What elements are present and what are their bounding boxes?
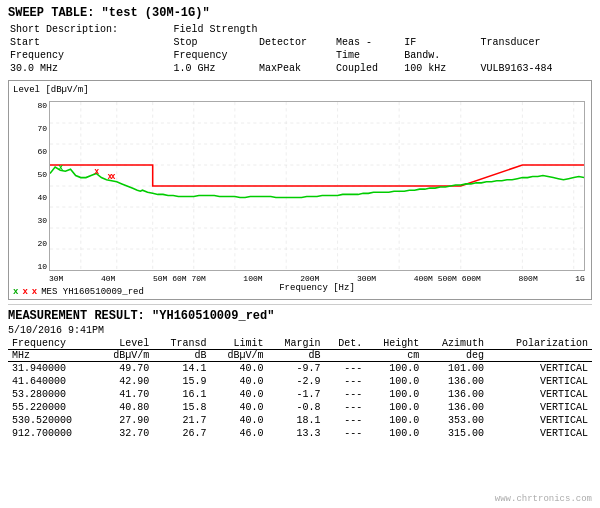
table-cell: 53.280000 — [8, 388, 96, 401]
table-cell: 530.520000 — [8, 414, 96, 427]
watermark: www.chrtronics.com — [495, 494, 592, 504]
table-cell: 100.0 — [366, 362, 423, 376]
col-transducer-val: VULB9163-484 — [480, 63, 590, 74]
th-det-unit — [325, 350, 367, 362]
table-cell: -2.9 — [268, 375, 325, 388]
col-meas-val: Coupled — [336, 63, 402, 74]
svg-text:x: x — [94, 167, 99, 176]
table-cell: 315.00 — [423, 427, 488, 440]
xtick-800m: 800M — [519, 274, 538, 283]
sweep-title: SWEEP TABLE: "test (30M-1G)" — [8, 6, 592, 20]
table-cell: 40.0 — [210, 375, 267, 388]
table-cell: 136.00 — [423, 388, 488, 401]
xtick-30m: 30M — [49, 274, 63, 283]
th-transd-unit: dB — [153, 350, 210, 362]
table-cell: 136.00 — [423, 375, 488, 388]
section-divider — [8, 304, 592, 305]
table-row: 31.94000049.7014.140.0-9.7---100.0101.00… — [8, 362, 592, 376]
th-limit-unit: dBµV/m — [210, 350, 267, 362]
table-cell: 101.00 — [423, 362, 488, 376]
ytick-10: 10 — [11, 262, 47, 271]
xtick-50m: 50M 60M 70M — [153, 274, 206, 283]
table-cell: 100.0 — [366, 401, 423, 414]
th-level-unit: dBµV/m — [96, 350, 153, 362]
table-cell: 14.1 — [153, 362, 210, 376]
table-cell: 40.0 — [210, 362, 267, 376]
col-empty-sub — [473, 50, 479, 61]
table-cell: 353.00 — [423, 414, 488, 427]
ytick-60: 60 — [11, 147, 47, 156]
table-cell: VERTICAL — [488, 427, 592, 440]
table-cell: VERTICAL — [488, 414, 592, 427]
chart-xticks: 30M 40M 50M 60M 70M 100M 200M 300M 400M … — [49, 274, 585, 283]
col-detector-val: MaxPeak — [259, 63, 334, 74]
table-cell: 42.90 — [96, 375, 153, 388]
th-azimuth: Azimuth — [423, 338, 488, 350]
th-transd: Transd — [153, 338, 210, 350]
col-start-val: 30.0 MHz — [10, 63, 171, 74]
table-cell: 27.90 — [96, 414, 153, 427]
legend-x-red2: x — [32, 287, 37, 297]
table-cell: 46.0 — [210, 427, 267, 440]
table-cell: --- — [325, 375, 367, 388]
table-cell: 31.940000 — [8, 362, 96, 376]
chart-area: x x x x — [49, 101, 585, 271]
table-cell: 100.0 — [366, 427, 423, 440]
col-stop-sub: Frequency — [173, 50, 257, 61]
result-date: 5/10/2016 9:41PM — [8, 325, 592, 336]
table-cell: 136.00 — [423, 401, 488, 414]
col-start-h: Start — [10, 37, 171, 48]
th-azimuth-unit: deg — [423, 350, 488, 362]
table-cell: 41.640000 — [8, 375, 96, 388]
table-cell: VERTICAL — [488, 362, 592, 376]
th-det: Det. — [325, 338, 367, 350]
xtick-1g: 1G — [575, 274, 585, 283]
col-start-sub: Frequency — [10, 50, 171, 61]
ytick-20: 20 — [11, 239, 47, 248]
col-empty-h — [473, 37, 479, 48]
table-cell: VERTICAL — [488, 375, 592, 388]
table-cell: --- — [325, 362, 367, 376]
th-pol-unit — [488, 350, 592, 362]
sweep-header-table: Short Description: Field Strength Start … — [8, 22, 592, 76]
xtick-300m: 300M — [357, 274, 376, 283]
col-empty-val — [473, 63, 479, 74]
ytick-40: 40 — [11, 193, 47, 202]
table-cell: 55.220000 — [8, 401, 96, 414]
th-freq-unit: MHz — [8, 350, 96, 362]
table-cell: -0.8 — [268, 401, 325, 414]
col-stop-h: Stop — [173, 37, 257, 48]
col-if-sub: Bandw. — [404, 50, 470, 61]
table-row: 41.64000042.9015.940.0-2.9---100.0136.00… — [8, 375, 592, 388]
xtick-100m: 100M — [243, 274, 262, 283]
table-cell: 15.8 — [153, 401, 210, 414]
table-cell: --- — [325, 414, 367, 427]
result-table: Frequency Level Transd Limit Margin Det.… — [8, 338, 592, 440]
col-if-val: 100 kHz — [404, 63, 470, 74]
table-cell: 18.1 — [268, 414, 325, 427]
table-cell: 49.70 — [96, 362, 153, 376]
table-cell: --- — [325, 401, 367, 414]
ytick-30: 30 — [11, 216, 47, 225]
xtick-200m: 200M — [300, 274, 319, 283]
table-cell: 16.1 — [153, 388, 210, 401]
legend-x-red1: x — [22, 287, 27, 297]
th-frequency: Frequency — [8, 338, 96, 350]
svg-text:x: x — [58, 163, 63, 172]
table-cell: 21.7 — [153, 414, 210, 427]
xtick-40m: 40M — [101, 274, 115, 283]
col-meas-sub: Time — [336, 50, 402, 61]
th-height-unit: cm — [366, 350, 423, 362]
chart-ylabel: Level [dBµV/m] — [13, 85, 89, 95]
table-cell: 32.70 — [96, 427, 153, 440]
th-limit: Limit — [210, 338, 267, 350]
table-cell: 15.9 — [153, 375, 210, 388]
short-desc-value: Field Strength — [173, 24, 590, 35]
col-detector-h: Detector — [259, 37, 334, 48]
table-row: 530.52000027.9021.740.018.1---100.0353.0… — [8, 414, 592, 427]
table-cell: 40.0 — [210, 414, 267, 427]
short-desc-label: Short Description: — [10, 24, 171, 35]
result-title: MEASUREMENT RESULT: "YH160510009_red" — [8, 309, 592, 323]
table-row: 912.70000032.7026.746.013.3---100.0315.0… — [8, 427, 592, 440]
table-cell: 40.0 — [210, 388, 267, 401]
